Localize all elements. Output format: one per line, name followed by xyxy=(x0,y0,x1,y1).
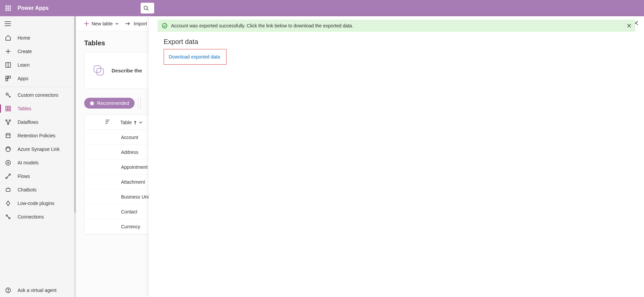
alert-close-button[interactable] xyxy=(626,22,633,29)
toolbar-label: Import xyxy=(134,21,147,26)
global-header: Power Apps xyxy=(0,0,644,16)
more-pill[interactable] xyxy=(138,98,141,109)
svg-point-28 xyxy=(6,177,7,179)
success-icon xyxy=(162,23,168,29)
nav-ai-models[interactable]: AI models xyxy=(0,156,76,169)
sort-icon[interactable] xyxy=(105,119,110,125)
svg-point-32 xyxy=(6,215,7,216)
nav-label: Tables xyxy=(18,106,31,111)
copilot-icon xyxy=(93,64,105,76)
nav-label: Dataflows xyxy=(18,119,38,125)
book-icon xyxy=(5,62,11,68)
svg-rect-30 xyxy=(6,188,10,191)
svg-rect-10 xyxy=(8,76,10,78)
pill-label: Recommended xyxy=(97,100,129,106)
svg-rect-9 xyxy=(6,76,8,78)
nav-dataflows[interactable]: Dataflows xyxy=(0,115,76,129)
recommended-pill[interactable]: Recommended xyxy=(84,98,135,109)
svg-point-0 xyxy=(144,6,147,9)
nav-tables[interactable]: Tables xyxy=(0,102,76,115)
left-nav: Home Create Learn Apps Custom connectors… xyxy=(0,16,76,297)
nav-connections[interactable]: Connections xyxy=(0,210,76,224)
svg-rect-13 xyxy=(6,106,10,111)
nav-label: Chatbots xyxy=(18,187,37,192)
nav-label: Apps xyxy=(18,76,28,81)
nav-create[interactable]: Create xyxy=(0,45,76,58)
question-icon xyxy=(5,287,11,293)
close-icon xyxy=(627,24,631,28)
global-search[interactable] xyxy=(141,3,154,14)
nav-label: Custom connectors xyxy=(18,92,58,98)
nav-label: Ask a virtual agent xyxy=(18,288,56,293)
download-highlight: Download exported data xyxy=(164,49,226,65)
column-header-table[interactable]: Table xyxy=(120,120,142,125)
apps-icon xyxy=(5,75,11,82)
nav-label: Flows xyxy=(18,174,30,179)
plugin-icon xyxy=(5,200,11,206)
nav-home[interactable]: Home xyxy=(0,31,76,45)
nav-flows[interactable]: Flows xyxy=(0,169,76,183)
retention-icon xyxy=(5,133,11,139)
nav-label: Low-code plugins xyxy=(18,201,54,206)
svg-rect-11 xyxy=(6,79,8,81)
svg-point-29 xyxy=(9,174,10,175)
svg-point-18 xyxy=(6,120,7,121)
chevron-down-icon xyxy=(115,22,119,25)
nav-apps[interactable]: Apps xyxy=(0,72,76,85)
svg-point-47 xyxy=(162,23,167,28)
home-icon xyxy=(5,35,11,41)
alert-text: Account was exported successfully. Click… xyxy=(171,23,353,28)
svg-point-33 xyxy=(9,218,10,219)
synapse-icon xyxy=(5,146,11,152)
waffle-icon[interactable] xyxy=(3,3,14,14)
hamburger-icon[interactable] xyxy=(0,16,76,31)
nav-label: Home xyxy=(18,35,30,41)
chevron-down-icon xyxy=(139,121,142,124)
svg-point-26 xyxy=(6,160,10,165)
nav-learn[interactable]: Learn xyxy=(0,58,76,72)
nav-label: Retention Policies xyxy=(18,133,55,138)
describe-label: Describe the xyxy=(112,68,142,73)
download-link[interactable]: Download exported data xyxy=(167,54,220,60)
nav-label: Learn xyxy=(18,62,30,68)
svg-line-22 xyxy=(8,121,10,123)
connector-icon xyxy=(5,92,11,98)
import-button[interactable]: Import xyxy=(125,21,147,26)
nav-synapse[interactable]: Azure Synapse Link xyxy=(0,142,76,156)
svg-line-21 xyxy=(6,121,8,123)
chatbot-icon xyxy=(5,187,11,193)
nav-label: AI models xyxy=(18,160,39,165)
nav-retention[interactable]: Retention Policies xyxy=(0,129,76,142)
new-table-button[interactable]: New table xyxy=(84,21,119,26)
svg-point-35 xyxy=(8,292,8,292)
search-icon xyxy=(143,5,149,11)
sort-asc-icon xyxy=(134,120,137,124)
panel-title: Export data xyxy=(164,38,629,46)
table-icon xyxy=(5,106,11,112)
svg-line-1 xyxy=(147,9,148,10)
nav-label: Azure Synapse Link xyxy=(18,146,60,152)
flow-icon xyxy=(5,173,11,179)
toolbar-label: New table xyxy=(92,21,113,26)
star-icon xyxy=(90,101,94,106)
nav-label: Connections xyxy=(18,214,44,220)
svg-point-12 xyxy=(6,93,8,95)
nav-ask-agent[interactable]: Ask a virtual agent xyxy=(0,283,76,297)
svg-point-19 xyxy=(9,120,10,121)
connections-icon xyxy=(5,214,11,220)
nav-low-code[interactable]: Low-code plugins xyxy=(0,197,76,210)
svg-rect-23 xyxy=(6,134,10,138)
ai-icon xyxy=(5,160,11,166)
svg-point-20 xyxy=(7,123,9,124)
nav-label: Create xyxy=(18,49,32,54)
app-name: Power Apps xyxy=(18,5,49,11)
export-panel: Account was exported successfully. Click… xyxy=(149,16,644,297)
nav-custom-connectors[interactable]: Custom connectors xyxy=(0,88,76,102)
success-alert: Account was exported successfully. Click… xyxy=(158,20,635,32)
svg-point-27 xyxy=(7,162,9,163)
plus-icon xyxy=(5,48,11,54)
dataflow-icon xyxy=(5,119,11,125)
nav-chatbots[interactable]: Chatbots xyxy=(0,183,76,197)
